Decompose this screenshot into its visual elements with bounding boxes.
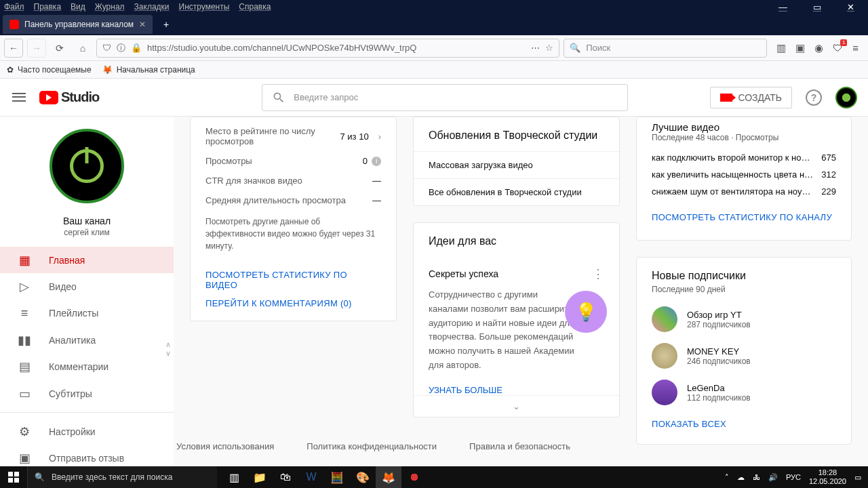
tray-clock[interactable]: 18:2812.05.2020 bbox=[809, 468, 846, 486]
subs-title: Новые подписчики bbox=[637, 258, 851, 285]
task-view-icon[interactable]: ▥ bbox=[221, 466, 247, 488]
browser-tab[interactable]: Панель управления каналом ✕ bbox=[3, 15, 153, 34]
top-video-row[interactable]: как увеличить насыщенность цвета на экра… bbox=[637, 166, 851, 183]
bookmark-home[interactable]: 🦊 Начальная страница bbox=[102, 65, 195, 75]
taskbar-search[interactable]: 🔍 Введите здесь текст для поиска bbox=[27, 466, 217, 488]
top-video-row[interactable]: снижаем шум от вентилятора на ноутбуке22… bbox=[637, 183, 851, 200]
gear-icon: ⚙ bbox=[16, 424, 33, 439]
tray-lang[interactable]: РУС bbox=[786, 473, 801, 481]
forward-button[interactable]: → bbox=[27, 39, 46, 58]
svg-rect-2 bbox=[8, 478, 13, 483]
create-button[interactable]: СОЗДАТЬ bbox=[710, 87, 792, 108]
stat-rank: Место в рейтинге по числу просмотров7 из… bbox=[191, 121, 396, 151]
record-icon[interactable]: ⏺ bbox=[401, 466, 427, 488]
sidebar-item-playlists[interactable]: ≡Плейлисты bbox=[0, 300, 174, 327]
tab-close[interactable]: ✕ bbox=[139, 20, 146, 29]
stat-views: Просмотры0i bbox=[191, 151, 396, 171]
subscribers-card: Новые подписчики Последние 90 дней Обзор… bbox=[636, 257, 852, 445]
subscriber-row[interactable]: Обзор игр YT287 подписчиков bbox=[637, 301, 851, 338]
top-videos-card: Лучшие видео Последние 48 часов · Просмо… bbox=[636, 117, 852, 241]
link-channel-stats[interactable]: ПОСМОТРЕТЬ СТАТИСТИКУ ПО КАНАЛУ bbox=[637, 200, 851, 230]
studio-logo[interactable]: Studio bbox=[39, 89, 99, 105]
updates-card: Обновления в Творческой студии Массовая … bbox=[413, 117, 620, 206]
footer-terms[interactable]: Условия использования bbox=[176, 441, 274, 451]
chevron-right-icon[interactable]: › bbox=[378, 131, 381, 142]
tray-network-icon[interactable]: 🖧 bbox=[753, 473, 760, 481]
menu-icon[interactable]: ≡ bbox=[852, 42, 859, 54]
youtube-play-icon bbox=[39, 91, 58, 104]
channel-block: Ваш канал сергей клим bbox=[0, 117, 174, 247]
menu-edit[interactable]: Правка bbox=[34, 2, 62, 12]
footer-privacy[interactable]: Политика конфиденциальности bbox=[307, 441, 437, 451]
studio-search[interactable]: Введите запрос bbox=[262, 84, 628, 111]
link-comments[interactable]: ПЕРЕЙТИ К КОММЕНТАРИЯМ (0) bbox=[191, 298, 396, 321]
hamburger-button[interactable] bbox=[11, 89, 27, 106]
library-icon[interactable]: ▥ bbox=[776, 42, 786, 54]
sidebar: Ваш канал сергей клим ∧∨ ▦Главная ▷Видео… bbox=[0, 117, 174, 472]
explorer-icon[interactable]: 📁 bbox=[247, 466, 273, 488]
back-button[interactable]: ← bbox=[4, 39, 23, 58]
tray-notifications-icon[interactable]: ▭ bbox=[854, 473, 861, 482]
star-icon[interactable]: ☆ bbox=[545, 43, 553, 53]
update-all[interactable]: Все обновления в Творческой студии bbox=[414, 178, 619, 205]
url-field[interactable]: 🛡 ⓘ 🔒 https://studio.youtube.com/channel… bbox=[96, 39, 559, 58]
channel-avatar[interactable] bbox=[50, 129, 124, 203]
firefox-icon[interactable]: 🦊 bbox=[376, 466, 401, 488]
sidebar-item-analytics[interactable]: ▮▮Аналитика bbox=[0, 327, 174, 353]
reload-button[interactable]: ⟳ bbox=[50, 39, 69, 58]
info-icon[interactable]: ⓘ bbox=[117, 42, 125, 54]
update-bulk-upload[interactable]: Массовая загрузка видео bbox=[414, 151, 619, 178]
menu-bookmarks[interactable]: Закладки bbox=[134, 2, 170, 12]
menu-tools[interactable]: Инструменты bbox=[179, 2, 230, 12]
analytics-icon: ▮▮ bbox=[16, 333, 33, 348]
sidebar-icon[interactable]: ▣ bbox=[795, 42, 805, 54]
menu-help[interactable]: Справка bbox=[239, 2, 271, 12]
browser-search[interactable]: 🔍 Поиск bbox=[564, 39, 767, 58]
url-more-icon[interactable]: ⋯ bbox=[531, 43, 540, 53]
account-icon[interactable]: ◉ bbox=[814, 42, 823, 54]
window-close[interactable]: ✕ bbox=[847, 2, 854, 12]
scroll-indicator[interactable]: ∧∨ bbox=[165, 340, 171, 358]
menu-view[interactable]: Вид bbox=[71, 2, 85, 12]
more-icon[interactable]: ⋮ bbox=[592, 266, 604, 281]
footer-links: Условия использования Политика конфиденц… bbox=[176, 429, 570, 464]
sidebar-item-settings[interactable]: ⚙Настройки bbox=[0, 418, 174, 445]
sidebar-item-comments[interactable]: ▤Комментарии bbox=[0, 354, 174, 380]
menu-file[interactable]: Файл bbox=[4, 2, 24, 12]
tray-chevron-icon[interactable]: ˄ bbox=[725, 473, 729, 482]
home-button[interactable]: ⌂ bbox=[73, 39, 92, 58]
store-icon[interactable]: 🛍 bbox=[273, 466, 298, 488]
menu-history[interactable]: Журнал bbox=[95, 2, 125, 12]
dashboard-icon: ▦ bbox=[16, 253, 33, 268]
help-button[interactable]: ? bbox=[806, 89, 822, 106]
link-video-stats[interactable]: ПОСМОТРЕТЬ СТАТИСТИКУ ПО ВИДЕО bbox=[191, 262, 396, 298]
subscriber-row[interactable]: MONEY KEY246 подписчиков bbox=[637, 338, 851, 374]
channel-owner: сергей клим bbox=[64, 228, 110, 237]
link-show-all[interactable]: ПОКАЗАТЬ ВСЕХ bbox=[637, 411, 851, 437]
extension-icon[interactable]: 🛡 bbox=[833, 42, 843, 54]
footer-rules[interactable]: Правила и безопасность bbox=[469, 441, 570, 451]
bookmark-frequent[interactable]: ✿ Часто посещаемые bbox=[7, 65, 92, 75]
account-avatar[interactable] bbox=[835, 87, 857, 108]
paint-icon[interactable]: 🎨 bbox=[350, 466, 376, 488]
taskbar-apps: ▥ 📁 🛍 W 🧮 🎨 🦊 ⏺ bbox=[221, 466, 427, 488]
comments-icon: ▤ bbox=[16, 359, 33, 374]
sidebar-item-home[interactable]: ▦Главная bbox=[0, 247, 174, 273]
calc-icon[interactable]: 🧮 bbox=[324, 466, 350, 488]
top-video-row[interactable]: как подключить второй монитор к ноутбуку… bbox=[637, 149, 851, 166]
sidebar-item-video[interactable]: ▷Видео bbox=[0, 273, 174, 300]
idea-text: Сотрудничество с другими каналами позвол… bbox=[429, 288, 578, 373]
tray-volume-icon[interactable]: 🔊 bbox=[768, 473, 778, 482]
window-maximize[interactable]: ▭ bbox=[813, 2, 821, 12]
stats-note: Посмотреть другие данные об эффективност… bbox=[191, 210, 396, 262]
window-minimize[interactable]: — bbox=[778, 2, 787, 12]
tab-strip: Панель управления каналом ✕ + bbox=[0, 14, 868, 35]
subscriber-row[interactable]: LeGenDa112 подписчиков bbox=[637, 374, 851, 411]
word-icon[interactable]: W bbox=[298, 466, 324, 488]
main-content: Место в рейтинге по числу просмотров7 из… bbox=[174, 117, 868, 472]
tray-onedrive-icon[interactable]: ☁ bbox=[737, 473, 745, 482]
info-icon[interactable]: i bbox=[372, 157, 381, 166]
sidebar-item-subtitles[interactable]: ▭Субтитры bbox=[0, 380, 174, 407]
new-tab-button[interactable]: + bbox=[158, 16, 174, 33]
start-button[interactable] bbox=[0, 466, 27, 488]
